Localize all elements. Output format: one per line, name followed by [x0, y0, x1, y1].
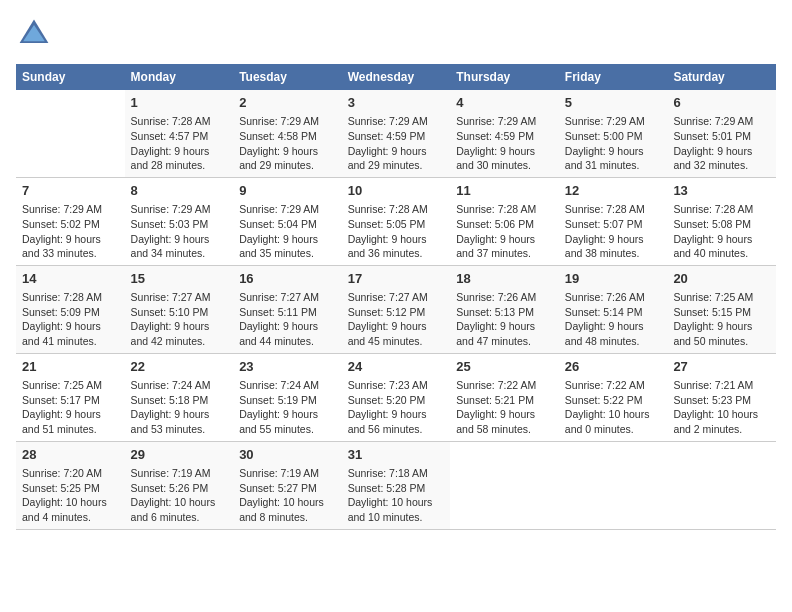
day-number: 9: [239, 182, 336, 200]
day-info: Sunrise: 7:29 AMSunset: 5:02 PMDaylight:…: [22, 202, 119, 261]
day-number: 3: [348, 94, 445, 112]
week-row-4: 21Sunrise: 7:25 AMSunset: 5:17 PMDayligh…: [16, 353, 776, 441]
day-info: Sunrise: 7:18 AMSunset: 5:28 PMDaylight:…: [348, 466, 445, 525]
calendar-cell: 27Sunrise: 7:21 AMSunset: 5:23 PMDayligh…: [667, 353, 776, 441]
calendar-cell: 8Sunrise: 7:29 AMSunset: 5:03 PMDaylight…: [125, 177, 234, 265]
day-info: Sunrise: 7:29 AMSunset: 5:04 PMDaylight:…: [239, 202, 336, 261]
calendar-cell: 28Sunrise: 7:20 AMSunset: 5:25 PMDayligh…: [16, 441, 125, 529]
calendar-cell: 10Sunrise: 7:28 AMSunset: 5:05 PMDayligh…: [342, 177, 451, 265]
day-info: Sunrise: 7:26 AMSunset: 5:14 PMDaylight:…: [565, 290, 662, 349]
calendar-cell: 25Sunrise: 7:22 AMSunset: 5:21 PMDayligh…: [450, 353, 559, 441]
day-info: Sunrise: 7:29 AMSunset: 5:03 PMDaylight:…: [131, 202, 228, 261]
calendar-cell: 11Sunrise: 7:28 AMSunset: 5:06 PMDayligh…: [450, 177, 559, 265]
day-number: 25: [456, 358, 553, 376]
header-day-friday: Friday: [559, 64, 668, 90]
day-info: Sunrise: 7:22 AMSunset: 5:21 PMDaylight:…: [456, 378, 553, 437]
day-info: Sunrise: 7:29 AMSunset: 4:59 PMDaylight:…: [348, 114, 445, 173]
day-info: Sunrise: 7:25 AMSunset: 5:17 PMDaylight:…: [22, 378, 119, 437]
calendar-cell: 14Sunrise: 7:28 AMSunset: 5:09 PMDayligh…: [16, 265, 125, 353]
week-row-1: 1Sunrise: 7:28 AMSunset: 4:57 PMDaylight…: [16, 90, 776, 177]
day-number: 6: [673, 94, 770, 112]
day-info: Sunrise: 7:28 AMSunset: 5:06 PMDaylight:…: [456, 202, 553, 261]
calendar-cell: 3Sunrise: 7:29 AMSunset: 4:59 PMDaylight…: [342, 90, 451, 177]
calendar-cell: 6Sunrise: 7:29 AMSunset: 5:01 PMDaylight…: [667, 90, 776, 177]
logo-icon: [16, 16, 52, 52]
day-info: Sunrise: 7:28 AMSunset: 5:08 PMDaylight:…: [673, 202, 770, 261]
calendar-cell: 20Sunrise: 7:25 AMSunset: 5:15 PMDayligh…: [667, 265, 776, 353]
calendar-cell: [667, 441, 776, 529]
calendar-cell: 30Sunrise: 7:19 AMSunset: 5:27 PMDayligh…: [233, 441, 342, 529]
day-info: Sunrise: 7:20 AMSunset: 5:25 PMDaylight:…: [22, 466, 119, 525]
day-info: Sunrise: 7:29 AMSunset: 5:00 PMDaylight:…: [565, 114, 662, 173]
day-number: 2: [239, 94, 336, 112]
day-info: Sunrise: 7:27 AMSunset: 5:10 PMDaylight:…: [131, 290, 228, 349]
header-day-saturday: Saturday: [667, 64, 776, 90]
week-row-2: 7Sunrise: 7:29 AMSunset: 5:02 PMDaylight…: [16, 177, 776, 265]
calendar-cell: 26Sunrise: 7:22 AMSunset: 5:22 PMDayligh…: [559, 353, 668, 441]
day-info: Sunrise: 7:27 AMSunset: 5:12 PMDaylight:…: [348, 290, 445, 349]
calendar-cell: 15Sunrise: 7:27 AMSunset: 5:10 PMDayligh…: [125, 265, 234, 353]
calendar-cell: 13Sunrise: 7:28 AMSunset: 5:08 PMDayligh…: [667, 177, 776, 265]
day-info: Sunrise: 7:28 AMSunset: 5:07 PMDaylight:…: [565, 202, 662, 261]
logo: [16, 16, 56, 52]
calendar-cell: 12Sunrise: 7:28 AMSunset: 5:07 PMDayligh…: [559, 177, 668, 265]
header-day-monday: Monday: [125, 64, 234, 90]
day-number: 22: [131, 358, 228, 376]
page-header: [16, 16, 776, 52]
calendar-cell: 19Sunrise: 7:26 AMSunset: 5:14 PMDayligh…: [559, 265, 668, 353]
calendar-table: SundayMondayTuesdayWednesdayThursdayFrid…: [16, 64, 776, 530]
calendar-cell: 4Sunrise: 7:29 AMSunset: 4:59 PMDaylight…: [450, 90, 559, 177]
calendar-cell: 21Sunrise: 7:25 AMSunset: 5:17 PMDayligh…: [16, 353, 125, 441]
day-info: Sunrise: 7:26 AMSunset: 5:13 PMDaylight:…: [456, 290, 553, 349]
calendar-cell: 2Sunrise: 7:29 AMSunset: 4:58 PMDaylight…: [233, 90, 342, 177]
day-number: 7: [22, 182, 119, 200]
day-info: Sunrise: 7:27 AMSunset: 5:11 PMDaylight:…: [239, 290, 336, 349]
day-info: Sunrise: 7:19 AMSunset: 5:26 PMDaylight:…: [131, 466, 228, 525]
header-day-sunday: Sunday: [16, 64, 125, 90]
day-number: 24: [348, 358, 445, 376]
day-number: 14: [22, 270, 119, 288]
calendar-cell: 24Sunrise: 7:23 AMSunset: 5:20 PMDayligh…: [342, 353, 451, 441]
calendar-cell: 23Sunrise: 7:24 AMSunset: 5:19 PMDayligh…: [233, 353, 342, 441]
calendar-cell: 5Sunrise: 7:29 AMSunset: 5:00 PMDaylight…: [559, 90, 668, 177]
day-info: Sunrise: 7:21 AMSunset: 5:23 PMDaylight:…: [673, 378, 770, 437]
week-row-3: 14Sunrise: 7:28 AMSunset: 5:09 PMDayligh…: [16, 265, 776, 353]
day-info: Sunrise: 7:24 AMSunset: 5:19 PMDaylight:…: [239, 378, 336, 437]
day-info: Sunrise: 7:25 AMSunset: 5:15 PMDaylight:…: [673, 290, 770, 349]
day-info: Sunrise: 7:22 AMSunset: 5:22 PMDaylight:…: [565, 378, 662, 437]
day-info: Sunrise: 7:23 AMSunset: 5:20 PMDaylight:…: [348, 378, 445, 437]
day-number: 13: [673, 182, 770, 200]
day-number: 17: [348, 270, 445, 288]
calendar-cell: 29Sunrise: 7:19 AMSunset: 5:26 PMDayligh…: [125, 441, 234, 529]
day-number: 30: [239, 446, 336, 464]
day-number: 31: [348, 446, 445, 464]
calendar-cell: [559, 441, 668, 529]
day-info: Sunrise: 7:29 AMSunset: 4:59 PMDaylight:…: [456, 114, 553, 173]
day-number: 28: [22, 446, 119, 464]
header-day-wednesday: Wednesday: [342, 64, 451, 90]
day-number: 18: [456, 270, 553, 288]
day-info: Sunrise: 7:28 AMSunset: 5:05 PMDaylight:…: [348, 202, 445, 261]
day-number: 4: [456, 94, 553, 112]
calendar-cell: 16Sunrise: 7:27 AMSunset: 5:11 PMDayligh…: [233, 265, 342, 353]
day-number: 20: [673, 270, 770, 288]
day-info: Sunrise: 7:29 AMSunset: 5:01 PMDaylight:…: [673, 114, 770, 173]
calendar-cell: 18Sunrise: 7:26 AMSunset: 5:13 PMDayligh…: [450, 265, 559, 353]
day-info: Sunrise: 7:19 AMSunset: 5:27 PMDaylight:…: [239, 466, 336, 525]
calendar-cell: [450, 441, 559, 529]
day-info: Sunrise: 7:24 AMSunset: 5:18 PMDaylight:…: [131, 378, 228, 437]
calendar-cell: 9Sunrise: 7:29 AMSunset: 5:04 PMDaylight…: [233, 177, 342, 265]
header-day-tuesday: Tuesday: [233, 64, 342, 90]
header-row: SundayMondayTuesdayWednesdayThursdayFrid…: [16, 64, 776, 90]
day-number: 1: [131, 94, 228, 112]
day-number: 8: [131, 182, 228, 200]
calendar-cell: 31Sunrise: 7:18 AMSunset: 5:28 PMDayligh…: [342, 441, 451, 529]
calendar-cell: 7Sunrise: 7:29 AMSunset: 5:02 PMDaylight…: [16, 177, 125, 265]
day-number: 16: [239, 270, 336, 288]
day-info: Sunrise: 7:28 AMSunset: 4:57 PMDaylight:…: [131, 114, 228, 173]
day-number: 27: [673, 358, 770, 376]
calendar-cell: 17Sunrise: 7:27 AMSunset: 5:12 PMDayligh…: [342, 265, 451, 353]
day-number: 21: [22, 358, 119, 376]
day-info: Sunrise: 7:29 AMSunset: 4:58 PMDaylight:…: [239, 114, 336, 173]
day-number: 15: [131, 270, 228, 288]
